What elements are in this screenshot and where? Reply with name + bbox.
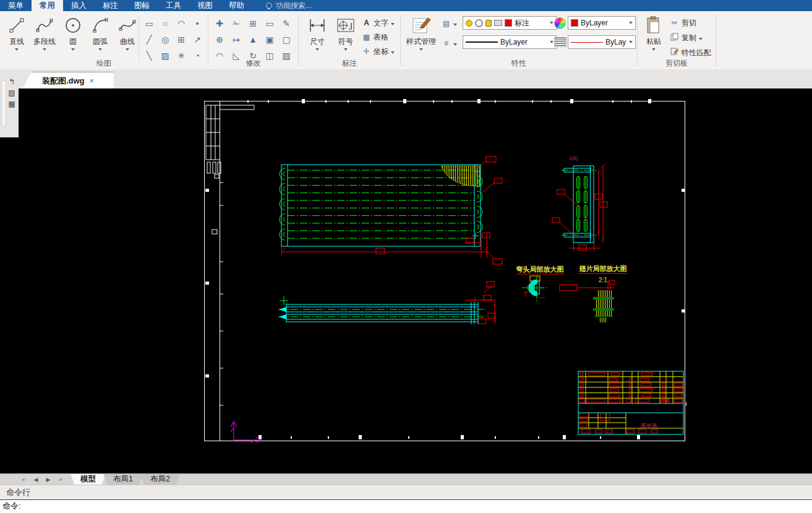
menu-item-help[interactable]: 帮助 — [221, 0, 252, 11]
ribbon-section-draw: 直线 多段线 圆 圆弧 — [0, 11, 208, 69]
menu-item-view[interactable]: 视图 — [189, 0, 221, 11]
tool-icon[interactable]: ✁ — [228, 15, 244, 32]
chevron-down-icon — [629, 22, 633, 24]
coordinate-button[interactable]: ✛ 坐标 — [362, 45, 395, 58]
left-dock: ↰▨▦ — [0, 73, 19, 137]
tool-icon[interactable]: ▭ — [262, 15, 278, 32]
lineweight-tools-icon: ≡ — [442, 39, 451, 48]
fin-hatch — [441, 166, 480, 186]
menu-item-sheet[interactable]: 图幅 — [126, 0, 158, 11]
tool-icon[interactable]: ⊞ — [245, 15, 261, 32]
copy-button[interactable]: 复制 — [670, 32, 711, 44]
layer-tools-icon: ▤ — [442, 19, 451, 28]
close-icon[interactable]: × — [90, 76, 95, 85]
command-panel-header: 命令行 — [0, 485, 812, 500]
chevron-down-icon — [699, 38, 703, 40]
menu-item-tools[interactable]: 工具 — [158, 0, 189, 11]
menu-item-insert[interactable]: 插入 — [63, 0, 95, 11]
titleblock-part-name: 蒸发器 — [641, 423, 657, 429]
chevron-down-icon — [391, 23, 395, 25]
line-icon — [6, 14, 27, 37]
detail-fin: 翅片局部放大图 2:1 — [560, 265, 627, 322]
command-panel-title: 命令行 — [6, 488, 30, 497]
color-dropdown[interactable]: ByLayer — [568, 16, 636, 30]
ribbon-section-annotate: 尺寸 符号 A 文字 ▦ 表格 — [299, 11, 400, 69]
tool-icon[interactable]: ○ — [157, 15, 173, 32]
layer-dropdown[interactable]: 标注 — [463, 16, 557, 30]
tool-icon[interactable]: ▣ — [262, 32, 278, 48]
tool-icon[interactable]: ◀ — [32, 476, 40, 483]
lineweight-dropdown[interactable]: ByLayer — [463, 35, 557, 49]
dock-grip[interactable] — [1, 80, 6, 126]
tool-icon[interactable]: ▭ — [141, 15, 157, 32]
layer-tools-button[interactable]: ▤ — [442, 17, 457, 30]
tool-icon[interactable]: ✎ — [278, 15, 294, 32]
document-tab[interactable]: 装配图.dwg × — [22, 72, 114, 89]
tool-icon[interactable]: « — [20, 476, 27, 483]
chevron-down-icon — [15, 48, 19, 51]
tab-layout2[interactable]: 布局2 — [140, 474, 180, 485]
color-wheel-icon[interactable] — [554, 17, 566, 29]
section-divider — [716, 14, 716, 66]
inner-divider — [139, 16, 139, 61]
detail-elbow: 弯头局部放大图 — [516, 265, 565, 301]
chevron-down-icon — [344, 48, 348, 51]
arc-icon — [90, 14, 111, 37]
command-input[interactable]: 命令: — [0, 499, 812, 513]
tab-layout1[interactable]: 布局1 — [103, 474, 143, 485]
tool-icon[interactable]: ↗ — [189, 32, 205, 48]
tool-icon[interactable]: ⊕ — [212, 32, 228, 48]
lineweight-value: ByLayer — [500, 38, 528, 46]
linetype-dropdown[interactable]: ByLay — [568, 35, 636, 49]
menu-item-menu[interactable]: 菜单 — [0, 0, 32, 11]
tool-icon[interactable]: ▦ — [6, 99, 17, 109]
lineweight-tools-button[interactable]: ≡ — [442, 37, 457, 50]
tool-icon[interactable]: ╱ — [141, 32, 157, 48]
text-button[interactable]: A 文字 — [362, 17, 395, 29]
linetype-value: ByLay — [605, 38, 626, 46]
tool-icon[interactable]: » — [57, 476, 64, 483]
tool-icon[interactable]: ↰ — [6, 77, 17, 87]
chevron-down-icon — [629, 41, 633, 43]
polyline-icon — [34, 14, 55, 37]
circle-icon — [62, 14, 83, 37]
linetype-icon[interactable] — [554, 37, 566, 47]
search-bulb-icon — [266, 2, 272, 9]
document-title: 装配图.dwg — [42, 75, 85, 87]
document-tab-bar: 装配图.dwg × — [0, 69, 812, 88]
drawing-canvas[interactable]: A向 — [0, 88, 812, 473]
cut-button[interactable]: ✂ 剪切 — [670, 17, 711, 29]
search-placeholder: 功能搜索... — [276, 1, 312, 11]
table-button[interactable]: ▦ 表格 — [362, 31, 395, 43]
tool-icon[interactable]: • — [189, 15, 205, 32]
copy-label: 复制 — [682, 33, 696, 43]
menu-item-home[interactable]: 常用 — [32, 0, 63, 11]
fin-hatch-band — [597, 290, 612, 297]
arc-label: 圆弧 — [93, 37, 108, 46]
tool-icon[interactable]: ▲ — [245, 32, 261, 48]
tool-icon[interactable]: ✚ — [212, 15, 228, 32]
tool-icon[interactable]: ◠ — [173, 15, 189, 32]
tool-icon[interactable]: ▨ — [6, 88, 17, 98]
lineweight-sample — [466, 41, 498, 43]
symbol-label: 符号 — [338, 37, 353, 46]
layer-color-chip — [505, 19, 512, 27]
modify-tools: ✚✁⊞▭✎⊕↦▲▣▢◠◺↻◫▨ — [212, 15, 295, 64]
layer-name: 标注 — [515, 18, 529, 28]
coordinate-label: 坐标 — [374, 46, 388, 57]
coordinate-icon: ✛ — [362, 47, 371, 56]
chevron-down-icon — [315, 48, 319, 51]
menu-bar: 菜单 常用 插入 标注 图幅 工具 视图 帮助 功能搜索... — [0, 0, 812, 11]
function-search[interactable]: 功能搜索... — [266, 0, 312, 11]
menu-item-annotate[interactable]: 标注 — [95, 0, 126, 11]
match-properties-button[interactable]: 特性匹配 — [670, 46, 711, 59]
tab-model[interactable]: 模型 — [71, 474, 106, 485]
tool-icon[interactable]: ▢ — [278, 32, 294, 48]
layer-tool-column: ▤ ≡ — [442, 17, 457, 50]
tool-icon[interactable]: ↦ — [228, 32, 244, 48]
section-label-modify: 修改 — [208, 58, 298, 69]
drawing-viewport[interactable]: A向 — [204, 96, 686, 442]
tool-icon[interactable]: ◎ — [157, 32, 173, 48]
tool-icon[interactable]: ▶ — [45, 476, 52, 483]
tool-icon[interactable]: ⊞ — [173, 32, 189, 48]
